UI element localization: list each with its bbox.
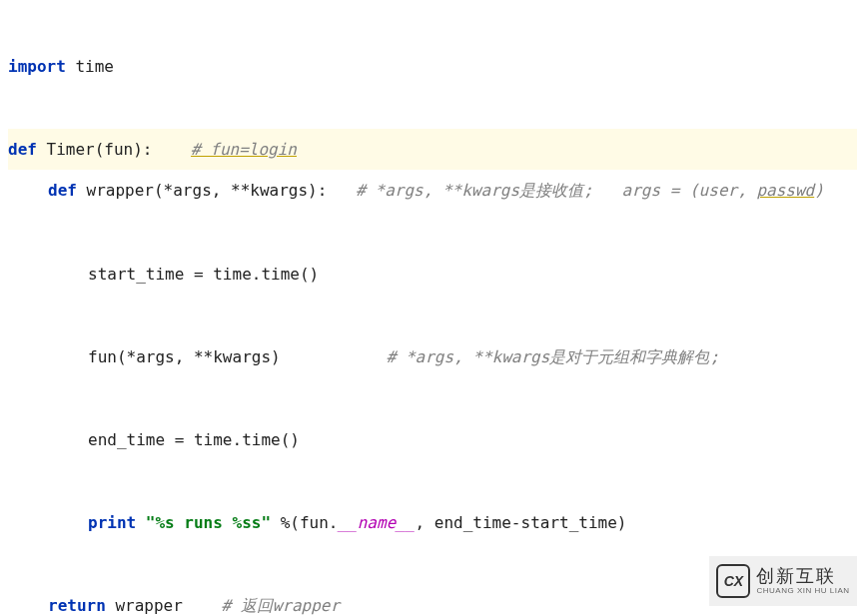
watermark-text: 创新互联 CHUANG XIN HU LIAN xyxy=(756,567,849,596)
watermark-logo-icon: CX xyxy=(716,564,750,598)
code-text: , end_time-start_time) xyxy=(416,513,627,532)
comment: # 返回wrapper xyxy=(221,596,340,615)
code-line: start_time = time.time() xyxy=(8,254,857,296)
code-text: %(fun. xyxy=(271,513,338,532)
code-block: import time def Timer(fun): # fun=login … xyxy=(0,0,857,616)
comment: # fun=login xyxy=(191,140,297,159)
code-text: Timer(fun): xyxy=(37,140,153,159)
keyword-def: def xyxy=(8,140,37,159)
string: "%s runs %ss" xyxy=(136,513,271,532)
keyword-import: import xyxy=(8,57,66,76)
code-line: def wrapper(*args, **kwargs): # *args, *… xyxy=(8,170,857,212)
code-line: fun(*args, **kwargs) # *args, **kwargs是对… xyxy=(8,336,857,378)
dunder: __name__ xyxy=(338,513,415,532)
code-line: print "%s runs %ss" %(fun.__name__, end_… xyxy=(8,502,857,544)
keyword-print: print xyxy=(88,513,136,532)
code-text: start_time = time.time() xyxy=(88,265,319,284)
code-text: wrapper xyxy=(106,596,183,615)
code-text: end_time = time.time() xyxy=(88,430,300,449)
code-line-highlight: def Timer(fun): # fun=login xyxy=(8,129,857,171)
code-line: import time xyxy=(8,46,857,88)
comment: # *args, **kwargs是对于元组和字典解包; xyxy=(387,347,719,366)
code-text: wrapper(*args, **kwargs): xyxy=(77,181,327,200)
keyword-return: return xyxy=(48,596,106,615)
keyword-def: def xyxy=(48,181,77,200)
code-text: fun(*args, **kwargs) xyxy=(88,347,281,366)
watermark: CX 创新互联 CHUANG XIN HU LIAN xyxy=(709,556,857,606)
watermark-cn: 创新互联 xyxy=(756,567,849,587)
code-line: end_time = time.time() xyxy=(8,419,857,461)
watermark-en: CHUANG XIN HU LIAN xyxy=(756,587,849,596)
comment: # *args, **kwargs是接收值; args = (user, pas… xyxy=(356,181,824,200)
code-text: time xyxy=(66,57,114,76)
